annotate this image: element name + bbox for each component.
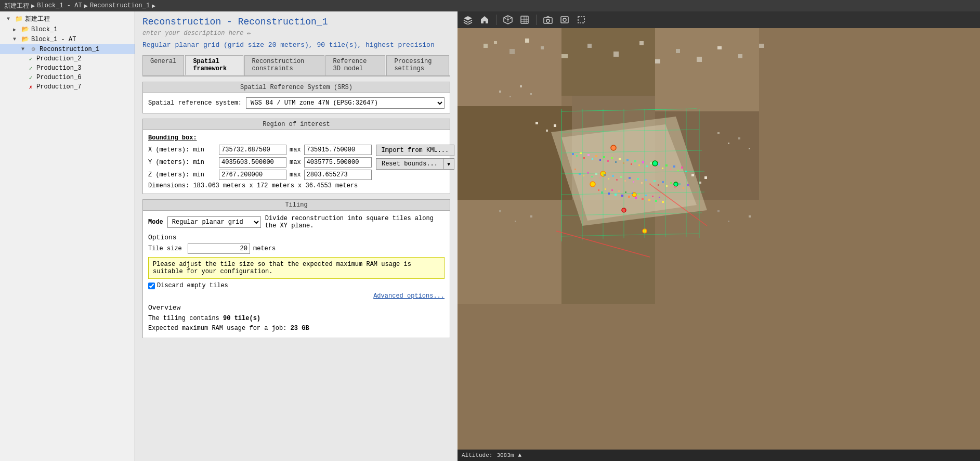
breadcrumb-item-root[interactable]: 新建工程 xyxy=(4,2,29,10)
roi-left: Bounding box: X (meters): min max Y (met… xyxy=(148,134,372,189)
svg-rect-89 xyxy=(637,178,639,180)
svg-rect-33 xyxy=(759,44,764,48)
sidebar-item-prod2[interactable]: ✓ Production_2 xyxy=(0,54,135,63)
svg-rect-128 xyxy=(530,93,532,95)
svg-rect-105 xyxy=(691,174,694,176)
svg-rect-138 xyxy=(749,215,751,217)
svg-rect-57 xyxy=(623,162,624,164)
svg-rect-130 xyxy=(515,221,516,222)
sidebar-item-block1[interactable]: ▶ 📂 Block_1 xyxy=(0,24,135,34)
import-kml-button[interactable]: Import from KML... xyxy=(376,145,455,156)
srs-header: Spatial Reference System (SRS) xyxy=(143,82,450,93)
altitude-bar: Altitude: 3083m ▲ xyxy=(458,450,980,461)
reset-bounds-arrow-button[interactable]: ▼ xyxy=(443,158,454,170)
altitude-label: Altitude: xyxy=(462,452,492,458)
svg-rect-97 xyxy=(670,182,672,184)
view-toolbar xyxy=(458,11,980,28)
tab-spatial[interactable]: Spatial framework xyxy=(185,55,243,75)
layers-icon[interactable] xyxy=(462,14,474,26)
svg-rect-72 xyxy=(681,167,683,169)
svg-rect-76 xyxy=(583,175,584,176)
discard-empty-checkbox[interactable] xyxy=(148,283,155,289)
camera-icon[interactable] xyxy=(542,14,554,26)
svg-rect-52 xyxy=(603,156,605,158)
bb-y-max-input[interactable] xyxy=(304,157,372,168)
svg-rect-69 xyxy=(670,169,671,170)
roi-section: Region of interest Bounding box: X (mete… xyxy=(142,119,450,194)
tab-recon-constraints[interactable]: Reconstruction constraints xyxy=(244,55,324,75)
svg-rect-9 xyxy=(578,17,584,23)
overview-label: Overview xyxy=(148,304,445,312)
sidebar-prod6-label: Production_6 xyxy=(36,74,81,81)
svg-rect-61 xyxy=(638,164,640,166)
photo-icon[interactable] xyxy=(558,14,571,26)
svg-rect-12 xyxy=(561,28,655,96)
edit-icon[interactable]: ✏ xyxy=(246,29,250,37)
reset-bounds-button[interactable]: Reset bounds... xyxy=(376,158,443,170)
bb-x-min-input[interactable] xyxy=(219,145,286,155)
discard-empty-row: Discard empty tiles xyxy=(148,282,445,289)
svg-rect-55 xyxy=(615,161,617,163)
breadcrumb-item-recon[interactable]: Reconstruction_1 xyxy=(90,2,150,9)
sidebar-item-recon1[interactable]: ▼ ⚙ Reconstruction_1 xyxy=(0,44,135,54)
grid-icon[interactable] xyxy=(518,14,531,26)
breadcrumb-sep-2: ▶ xyxy=(84,2,88,10)
srs-label: Spatial reference system: xyxy=(148,99,242,107)
svg-rect-71 xyxy=(677,170,679,171)
bb-header: Bounding box: xyxy=(148,134,372,142)
bb-z-max-input[interactable] xyxy=(304,170,372,180)
bb-y-min-input[interactable] xyxy=(219,157,286,168)
svg-rect-82 xyxy=(608,178,609,180)
svg-rect-87 xyxy=(629,177,631,179)
altitude-arrow: ▲ xyxy=(518,452,521,458)
tile-size-input[interactable] xyxy=(188,244,250,254)
svg-rect-136 xyxy=(717,210,720,212)
svg-point-41 xyxy=(674,182,678,186)
advanced-options-link[interactable]: Advanced options... xyxy=(148,292,445,300)
home-icon[interactable] xyxy=(478,14,491,26)
svg-rect-22 xyxy=(525,39,529,43)
tab-processing[interactable]: Processing settings xyxy=(386,55,449,75)
sidebar-item-prod6[interactable]: ✓ Production_6 xyxy=(0,73,135,82)
sidebar-item-prod3[interactable]: ✓ Production_3 xyxy=(0,63,135,73)
svg-rect-29 xyxy=(676,49,680,53)
breadcrumb-item-block[interactable]: Block_1 - AT xyxy=(37,2,82,9)
mode-select[interactable]: Regular planar grid xyxy=(167,216,261,228)
box-icon[interactable] xyxy=(575,14,587,26)
status-ok-icon-6: ✓ xyxy=(27,74,34,81)
cube-icon[interactable] xyxy=(502,14,514,26)
roi-right: Import from KML... Reset bounds... ▼ xyxy=(376,134,455,189)
svg-rect-157 xyxy=(659,197,660,198)
svg-rect-140 xyxy=(601,191,603,194)
svg-rect-13 xyxy=(655,28,759,111)
svg-rect-152 xyxy=(642,198,644,200)
bb-z-min-input[interactable] xyxy=(219,170,286,180)
svg-rect-44 xyxy=(572,153,574,155)
svg-rect-65 xyxy=(654,167,656,168)
svg-rect-135 xyxy=(749,148,750,149)
sidebar-item-prod7[interactable]: ✗ Production_7 xyxy=(0,82,135,92)
breadcrumb-sep-3: ▶ xyxy=(152,2,155,10)
roi-header: Region of interest xyxy=(143,119,450,130)
svg-rect-127 xyxy=(520,85,522,87)
svg-rect-7 xyxy=(561,17,568,23)
svg-rect-70 xyxy=(673,165,675,168)
sidebar-block1-label: Block_1 xyxy=(31,26,57,33)
bb-x-max-input[interactable] xyxy=(304,145,372,155)
form-panel: Reconstruction - Reconstruction_1 enter … xyxy=(135,11,458,461)
tab-ref3d[interactable]: Reference 3D model xyxy=(325,55,386,75)
aerial-map xyxy=(458,28,980,450)
bb-y-max-label: max xyxy=(290,159,301,166)
sidebar-item-block1at[interactable]: ▼ 📂 Block_1 - AT xyxy=(0,34,135,44)
svg-rect-104 xyxy=(554,124,556,127)
arrow-icon: ▼ xyxy=(4,16,12,22)
srs-select[interactable]: WGS 84 / UTM zone 47N (EPSG:32647) xyxy=(246,97,445,109)
svg-rect-50 xyxy=(595,155,597,157)
bb-x-max-label: max xyxy=(290,146,301,153)
svg-rect-54 xyxy=(611,157,613,159)
sidebar-item-root[interactable]: ▼ 📁 新建工程 xyxy=(0,14,135,24)
3d-view-panel: Altitude: 3083m ▲ xyxy=(458,11,980,461)
status-ok-icon-3: ✓ xyxy=(27,65,34,72)
svg-rect-133 xyxy=(728,143,729,144)
tab-general[interactable]: General xyxy=(142,55,184,75)
